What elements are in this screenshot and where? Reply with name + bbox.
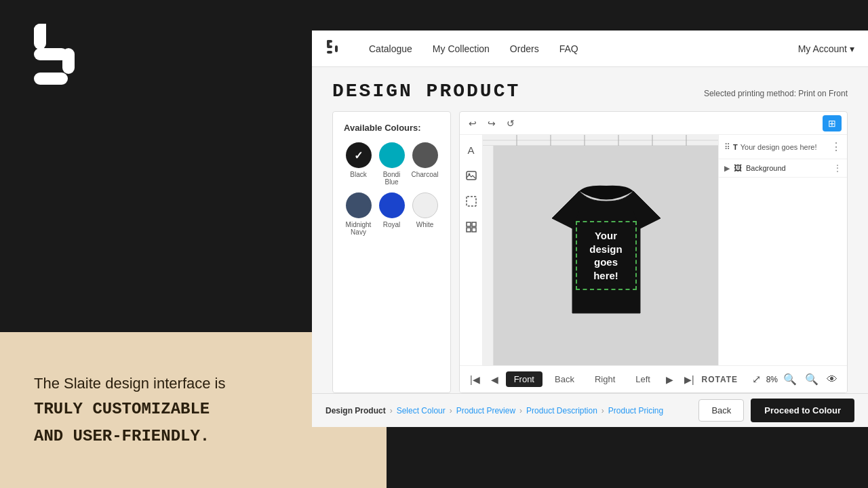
canvas-area[interactable]: Yourdesigngoeshere! [494,146,718,365]
view-prev-button[interactable]: ◀ [488,372,502,387]
colour-panel-title: Available Colours: [344,123,439,133]
refresh-button[interactable]: ↺ [503,116,518,131]
layers-panel: ⠿ T Your design goes here! ⋮ ▶ 🖼 Backgro… [718,135,847,365]
svg-rect-16 [472,222,476,226]
colours-grid: Black Bondi Blue Charcoal [344,142,439,236]
design-canvas: ↩ ↪ ↺ ⊞ A [459,111,848,393]
rotate-button[interactable]: ROTATE [702,375,738,384]
colour-label-royal: Royal [383,221,401,228]
drag-handle-icon: ⠿ [724,142,730,152]
breadcrumb-design-product[interactable]: Design Product [326,406,386,415]
colour-charcoal[interactable]: Charcoal [410,142,439,186]
navbar-logo-icon [326,39,342,55]
view-tab-left[interactable]: Left [627,371,658,387]
footer-bar: Design Product › Select Colour › Product… [312,393,868,427]
colour-circle-black [346,142,372,168]
colour-label-white: White [416,221,434,228]
layer-background: ▶ 🖼 Background ⋮ [719,159,847,178]
breadcrumb-select-colour[interactable]: Select Colour [397,406,446,415]
breadcrumb-sep-3: › [519,406,522,415]
view-last-button[interactable]: ▶| [681,372,698,387]
colour-midnight-navy[interactable]: Midnight Navy [344,192,373,236]
image-icon [466,170,477,181]
text-tool-button[interactable]: A [462,140,481,159]
colour-panel: Available Colours: Black Bondi Blue [332,111,451,393]
view-tab-back[interactable]: Back [547,371,583,387]
breadcrumb: Design Product › Select Colour › Product… [326,406,693,415]
main-area: Available Colours: Black Bondi Blue [332,111,848,393]
view-tab-right[interactable]: Right [587,371,623,387]
expand-button[interactable]: ⤢ [749,371,764,387]
colour-label-bondi-blue: Bondi Blue [377,171,406,186]
colour-white[interactable]: White [410,192,439,236]
svg-rect-17 [467,228,471,232]
colour-label-charcoal: Charcoal [411,171,438,178]
nav-account-label: My Account [798,43,847,54]
svg-rect-4 [34,73,68,85]
svg-rect-14 [467,197,476,206]
layer-more-icon[interactable]: ⋮ [831,140,842,153]
app-window: Catalogue My Collection Orders FAQ My Ac… [312,30,868,400]
page-content: DESIGN PRODUCT Selected printing method:… [312,67,868,400]
resize-icon [466,196,477,207]
svg-rect-15 [467,222,471,226]
ruler-left [483,146,494,365]
nav-faq[interactable]: FAQ [559,43,578,54]
nav-orders[interactable]: Orders [510,43,539,54]
view-next-button[interactable]: ▶ [663,372,677,387]
layer-image-icon: 🖼 [734,163,742,173]
colour-circle-charcoal [412,142,438,168]
colour-label-midnight-navy: Midnight Navy [344,221,373,236]
zoom-level: 8% [766,375,778,384]
zoom-controls: ⤢ 8% 🔍 🔍 👁 [749,371,840,387]
tagline-line1: The Slaite design interface is [34,375,226,392]
layer-text-name: Your design goes here! [741,143,828,151]
canvas-center: Yourdesigngoeshere! [483,135,718,365]
printing-method: Selected printing method: Print on Front [704,89,848,98]
nav-catalogue[interactable]: Catalogue [369,43,412,54]
view-tab-front[interactable]: Front [506,371,542,387]
colour-royal[interactable]: Royal [377,192,406,236]
redo-button[interactable]: ↪ [484,116,499,131]
proceed-colour-button[interactable]: Proceed to Colour [751,399,854,422]
back-button[interactable]: Back [698,399,744,422]
tagline-line2: TRULY CUSTOMIZABLE [34,397,226,422]
tagline-line3: AND USER-FRIENDLY. [34,424,226,449]
logo-area [27,20,81,91]
colour-black[interactable]: Black [344,142,373,186]
colour-bondi-blue[interactable]: Bondi Blue [377,142,406,186]
layers-toggle-button[interactable]: ⊞ [823,115,842,131]
page-title: DESIGN PRODUCT [332,81,520,102]
layer-background-more-icon[interactable]: ⋮ [833,163,842,173]
view-first-button[interactable]: |◀ [467,372,484,387]
grid-icon [466,222,477,232]
grid-tool-button[interactable] [462,218,481,237]
layer-background-label: Background [746,164,786,172]
svg-rect-10 [335,45,338,52]
layers-icon: ⊞ [828,118,836,129]
undo-button[interactable]: ↩ [465,116,480,131]
breadcrumb-product-description[interactable]: Product Description [526,406,597,415]
colour-circle-white [412,192,438,218]
view-controls: |◀ ◀ Front Back Right Left ▶ ▶| ROTATE ⤢… [460,365,847,392]
breadcrumb-product-pricing[interactable]: Product Pricing [608,406,663,415]
nav-account[interactable]: My Account ▾ [798,43,854,54]
canvas-left-tools: A [460,135,483,365]
slaite-logo-icon [27,20,81,88]
svg-rect-6 [34,60,56,73]
svg-rect-5 [46,24,68,36]
breadcrumb-sep-2: › [450,406,452,415]
layers-title: T [733,143,738,151]
nav-my-collection[interactable]: My Collection [433,43,490,54]
zoom-out-button[interactable]: 🔍 [802,371,821,387]
zoom-in-button[interactable]: 🔍 [781,371,800,387]
breadcrumb-product-preview[interactable]: Product Preview [456,406,515,415]
ruler-top [483,135,718,146]
svg-rect-18 [472,228,476,232]
chevron-down-icon: ▾ [850,43,854,54]
navbar-logo [326,39,342,58]
eye-button[interactable]: 👁 [824,372,840,387]
image-tool-button[interactable] [462,166,481,185]
resize-tool-button[interactable] [462,192,481,211]
svg-rect-12 [467,171,476,180]
